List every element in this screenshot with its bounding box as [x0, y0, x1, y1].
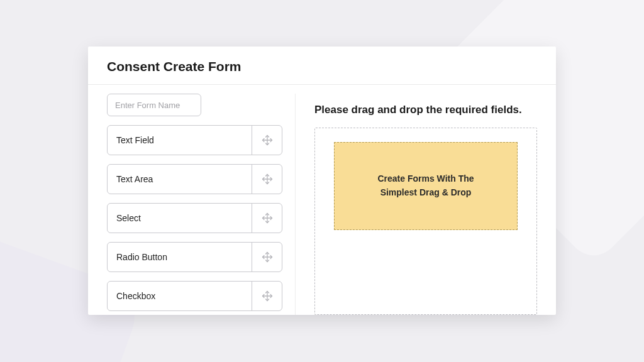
- palette-item-label: Checkbox: [108, 282, 252, 310]
- drag-handle[interactable]: [252, 165, 282, 194]
- drag-handle[interactable]: [252, 126, 282, 155]
- drag-handle[interactable]: [252, 243, 282, 272]
- palette-item-text-area[interactable]: Text Area: [107, 164, 282, 194]
- palette-item-checkbox[interactable]: Checkbox: [107, 281, 282, 311]
- dropzone-outer[interactable]: Create Forms With The Simplest Drag & Dr…: [314, 128, 537, 315]
- palette-item-select[interactable]: Select: [107, 203, 282, 233]
- palette-item-label: Text Area: [108, 165, 252, 194]
- card-header: Consent Create Form: [88, 47, 556, 85]
- form-name-input[interactable]: [107, 94, 201, 116]
- palette-item-text-field[interactable]: Text Field: [107, 125, 282, 155]
- move-icon: [261, 212, 274, 224]
- page-title: Consent Create Form: [107, 59, 537, 74]
- dropzone-inner[interactable]: Create Forms With The Simplest Drag & Dr…: [334, 142, 518, 230]
- dropzone-text: Create Forms With The Simplest Drag & Dr…: [377, 172, 474, 199]
- dropzone-instruction: Please drag and drop the required fields…: [314, 104, 537, 116]
- card-body: Text Field Text Area S: [88, 85, 556, 315]
- palette-item-label: Select: [108, 204, 252, 233]
- move-icon: [261, 173, 274, 185]
- form-builder-card: Consent Create Form Text Field Text Area: [88, 47, 556, 315]
- move-icon: [261, 251, 274, 263]
- palette-item-label: Radio Button: [108, 243, 252, 272]
- move-icon: [261, 290, 274, 302]
- palette-item-radio-button[interactable]: Radio Button: [107, 242, 282, 272]
- palette-item-label: Text Field: [108, 126, 252, 155]
- drag-handle[interactable]: [252, 204, 282, 233]
- field-palette: Text Field Text Area S: [88, 94, 296, 315]
- drag-handle[interactable]: [252, 282, 282, 310]
- move-icon: [261, 134, 274, 146]
- dropzone-panel: Please drag and drop the required fields…: [296, 94, 556, 315]
